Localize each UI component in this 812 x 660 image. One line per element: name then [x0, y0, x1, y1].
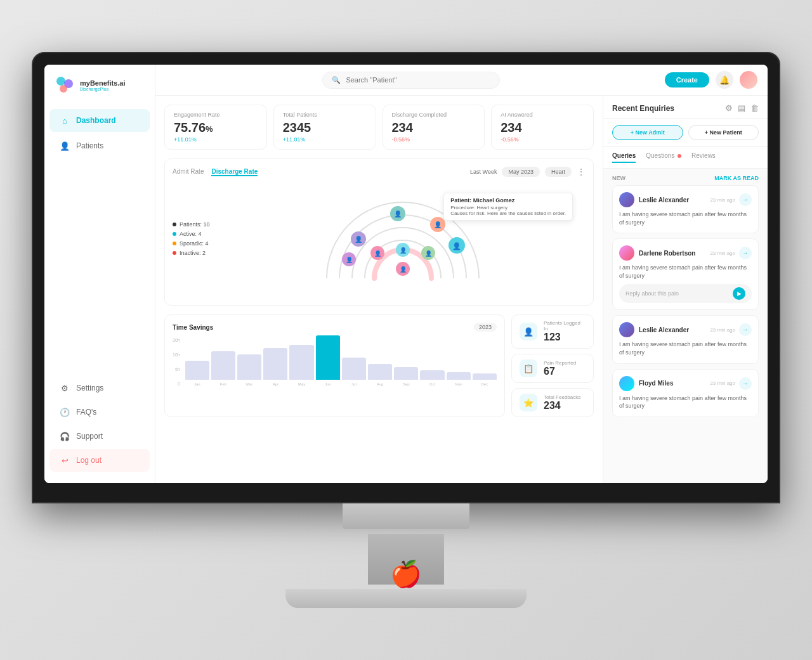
mark-read-button[interactable]: Mark As Read — [714, 175, 759, 181]
svg-text:👤: 👤 — [394, 210, 402, 218]
header-right: Create 🔔 — [665, 71, 757, 89]
svg-text:👤: 👤 — [374, 250, 381, 257]
bar — [185, 361, 209, 380]
sidebar-item-settings[interactable]: ⚙ Settings — [49, 377, 150, 399]
new-admit-button[interactable]: + New Admit — [612, 125, 683, 140]
radial-chart: 👤 👤 👤 👤 — [220, 190, 586, 291]
go-icon[interactable]: → — [739, 193, 752, 206]
reply-send-button[interactable]: ▶ — [733, 287, 745, 300]
sidebar-item-label: Log out — [76, 456, 102, 465]
search-bar[interactable]: 🔍 — [322, 72, 500, 89]
bar — [263, 348, 287, 380]
stat-change: -0.56% — [501, 136, 584, 143]
enquiry-message: I am having severe stomach pain after fe… — [619, 340, 752, 356]
stat-change: +11.01% — [174, 136, 258, 143]
more-options[interactable]: ⋮ — [577, 167, 586, 177]
sidebar-item-label: Patients — [76, 141, 103, 150]
svg-text:👤: 👤 — [399, 247, 407, 254]
enquiry-item-header: Leslie Alexander 23 min ago → — [619, 322, 752, 337]
main-panel: Engagement Rate 75.76% +11.01% Total Pat… — [155, 96, 603, 483]
category-filter[interactable]: Heart — [545, 167, 572, 177]
questions-dot — [678, 154, 681, 158]
bar-label: Jan — [194, 382, 200, 386]
chart-legend: Patients: 10 Active: 4 Spo — [173, 221, 210, 259]
month-filter[interactable]: May 2023 — [502, 167, 540, 177]
rph-icons: ⚙ ▤ 🗑 — [725, 103, 759, 113]
enquiry-time: 23 min ago — [710, 380, 735, 386]
enquiry-message: I am having severe stomach pain after fe… — [619, 394, 752, 410]
stat-label: AI Answered — [501, 112, 584, 118]
stats-row: Engagement Rate 75.76% +11.01% Total Pat… — [164, 105, 594, 150]
sidebar-item-label: Settings — [76, 384, 103, 392]
bar-chart: JanFebMarAprMayJunJulAugSepOctNovDec — [185, 338, 497, 389]
bar-label: Mar — [246, 382, 252, 386]
top-header: 🔍 Create 🔔 — [155, 65, 768, 96]
new-patient-button[interactable]: + New Patient — [688, 125, 759, 140]
enquiry-message: I am having severe stomach pain after fe… — [619, 210, 752, 226]
logout-icon: ↩ — [60, 455, 70, 465]
sidebar-item-label: Support — [76, 432, 103, 441]
sidebar-item-dashboard[interactable]: ⌂ Dashboard — [49, 109, 150, 132]
tab-discharge-rate[interactable]: Discharge Rate — [211, 168, 258, 176]
settings-icon: ⚙ — [60, 383, 70, 393]
go-icon[interactable]: → — [739, 377, 752, 390]
stat-change: -0.56% — [392, 136, 476, 143]
year-filter[interactable]: 2023 — [474, 323, 497, 332]
bar-label: Apr — [273, 382, 278, 386]
user-name: Darlene Robertson — [639, 250, 695, 257]
go-icon[interactable]: → — [739, 323, 752, 336]
svg-text:👤: 👤 — [434, 221, 442, 229]
metric-value: 234 — [544, 400, 580, 411]
bar — [394, 367, 418, 380]
card-header: Time Savings 2023 — [173, 323, 497, 332]
rph-filter-icon[interactable]: ▤ — [738, 103, 745, 113]
metric-info: Pain Reported 67 — [544, 360, 576, 377]
bar-label: Jul — [351, 382, 357, 386]
sidebar-item-support[interactable]: 🎧 Support — [49, 425, 150, 448]
metric-info: Total Feedbacks 234 — [544, 394, 580, 411]
rph-title: Recent Enquiries — [612, 104, 674, 113]
user-avatar — [619, 322, 634, 337]
user-name: Leslie Alexander — [639, 327, 689, 333]
go-icon[interactable]: → — [739, 247, 752, 259]
notification-icon[interactable]: 🔔 — [716, 71, 733, 89]
search-input[interactable] — [346, 76, 490, 84]
enquiry-time: 23 min ago — [710, 327, 735, 333]
sidebar-item-patients[interactable]: 👤 Patients — [49, 134, 150, 157]
create-button[interactable]: Create — [665, 72, 709, 87]
bar — [420, 370, 444, 380]
sidebar-item-faqs[interactable]: 🕐 FAQ's — [49, 401, 150, 424]
tab-queries[interactable]: Queries — [612, 152, 636, 163]
bar-label: Dec — [481, 382, 488, 386]
metric-card-patients-logged: 👤 Patients Logged In 123 — [511, 314, 594, 349]
bar-column: Feb — [211, 351, 235, 386]
stat-value: 2345 — [283, 120, 367, 135]
tab-reviews[interactable]: Reviews — [691, 152, 716, 163]
bar-column: Jul — [342, 358, 366, 386]
total-feedbacks-icon: ⭐ — [520, 394, 537, 411]
bar — [447, 372, 471, 380]
chart-section: Admit Rate Discharge Rate Last Week May … — [164, 159, 594, 306]
svg-text:👤: 👤 — [399, 266, 407, 273]
bar-column: Sep — [394, 367, 418, 386]
bar — [237, 354, 261, 380]
bar-column: Mar — [237, 354, 261, 386]
tab-admit-rate[interactable]: Admit Rate — [173, 168, 204, 176]
rph-delete-icon[interactable]: 🗑 — [750, 103, 759, 113]
enquiry-item-header: Floyd Miles 23 min ago → — [619, 376, 752, 391]
patients-logged-icon: 👤 — [520, 323, 537, 340]
stat-card-ai-answered: AI Answered 234 -0.56% — [491, 105, 594, 150]
enquiry-user: Darlene Robertson — [619, 245, 695, 261]
metric-card-total-feedbacks: ⭐ Total Feedbacks 234 — [511, 388, 594, 417]
enquiry-user: Leslie Alexander — [619, 192, 689, 207]
card-title: Time Savings — [173, 324, 213, 331]
user-avatar[interactable] — [740, 71, 757, 89]
rph-settings-icon[interactable]: ⚙ — [725, 103, 733, 113]
stat-value: 75.76% — [174, 120, 258, 135]
support-icon: 🎧 — [60, 431, 70, 441]
tab-questions[interactable]: Questions — [646, 152, 681, 163]
svg-text:👤: 👤 — [355, 235, 363, 243]
svg-point-0 — [56, 77, 65, 86]
reply-input: Reply about this pain ▶ — [619, 284, 752, 303]
sidebar-item-logout[interactable]: ↩ Log out — [49, 449, 150, 472]
